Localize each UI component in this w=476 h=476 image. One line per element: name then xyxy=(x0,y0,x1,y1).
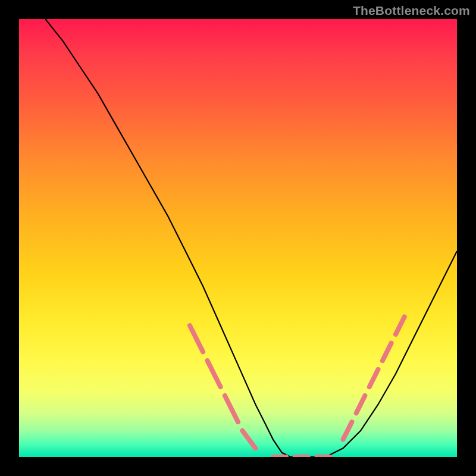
dash-segment xyxy=(396,317,405,334)
plot-area xyxy=(19,19,457,457)
dash-segment xyxy=(225,396,238,422)
optimal-region-dashes xyxy=(190,317,405,458)
dash-segment xyxy=(208,361,221,387)
bottleneck-curve xyxy=(45,19,457,457)
dash-segment xyxy=(383,343,392,361)
dash-segment xyxy=(369,369,378,387)
dash-segment xyxy=(356,396,365,413)
dash-segment xyxy=(242,431,255,449)
chart-frame: TheBottleneck.com xyxy=(0,0,476,476)
dash-segment xyxy=(343,422,352,440)
curve-svg xyxy=(19,19,457,457)
dash-segment xyxy=(190,325,203,352)
watermark-label: TheBottleneck.com xyxy=(353,4,470,18)
